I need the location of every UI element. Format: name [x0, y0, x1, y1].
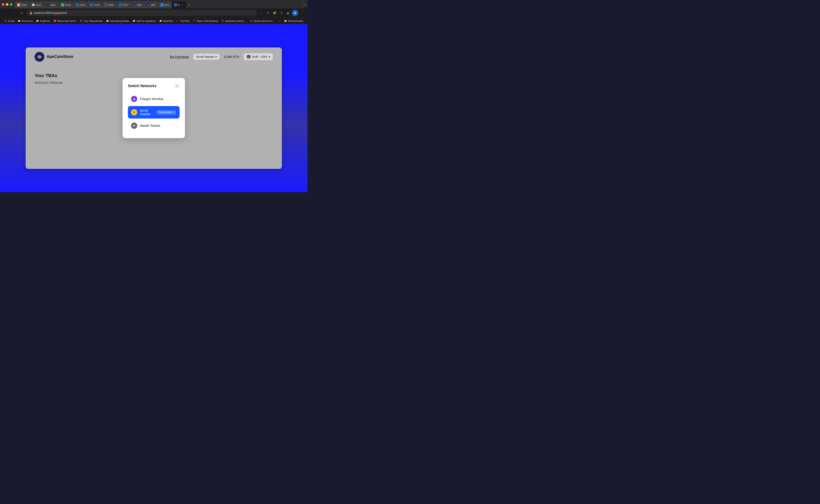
- toolbar-icons: ☆ ⬆ 🧩 ⬇ ▣ H ⋮: [258, 10, 305, 16]
- bookmarks-bar: ✉ Gmail 📁 Secureum 📁 RugProof 🔴 Blockcha…: [0, 17, 307, 24]
- youtube-icon: ▶: [176, 19, 179, 23]
- tab-label-verify: Verify: [65, 4, 71, 6]
- bookmark-rugproof-label: RugProof: [40, 20, 50, 22]
- tab-icon-lc: [174, 3, 177, 6]
- traffic-light-green[interactable]: [10, 3, 12, 6]
- tab-split2[interactable]: ▲ split:: [144, 1, 158, 8]
- modal-overlay[interactable]: Switch Networks × ◈ Polygon Mumbai S Scr…: [26, 47, 282, 169]
- back-button[interactable]: ←: [3, 10, 9, 16]
- switch-networks-modal: Switch Networks × ◈ Polygon Mumbai S Scr…: [123, 78, 185, 138]
- traffic-lights: [2, 3, 12, 7]
- tab-icon-split1: ▲: [133, 3, 136, 6]
- tab-label-new: New: [164, 4, 169, 6]
- connected-dot: [172, 111, 174, 113]
- tab-icon-contr: [90, 3, 93, 6]
- tab-contr[interactable]: Contr: [88, 1, 102, 8]
- polygon-network-name: Polygon Mumbai: [140, 97, 163, 101]
- bookmark-watchlist-label: Watchlist: [163, 20, 173, 22]
- bookmark-gmail[interactable]: ✉ Gmail: [3, 19, 16, 23]
- reload-button[interactable]: ↻: [19, 10, 25, 16]
- scroll-network-icon: S: [131, 109, 137, 115]
- address-bar[interactable]: 🔒 localhost:3000/mypayments: [27, 10, 257, 16]
- bookmarks-more[interactable]: »: [278, 19, 282, 23]
- bookmark-youtube[interactable]: ▶ YouTube: [175, 19, 191, 23]
- profile-icon[interactable]: H: [292, 10, 298, 16]
- your-repos-icon: ⚫: [80, 19, 83, 23]
- bookmark-icon[interactable]: ☆: [258, 10, 264, 16]
- lock-icon: 🔒: [29, 12, 33, 14]
- tab-icon-open: [46, 3, 49, 6]
- gmail-icon: ✉: [4, 19, 7, 23]
- bookmark-macro-slot-label: Macro Slot Booking: [197, 20, 218, 22]
- bookmark-jwasham[interactable]: ⚫ jwasham/coding-i...: [220, 19, 247, 23]
- traffic-light-yellow[interactable]: [6, 3, 8, 6]
- bookmark-blockchain-demo-label: Blockchain Demo: [57, 20, 76, 22]
- tab-new[interactable]: New: [158, 1, 172, 8]
- tab-list-dropdown[interactable]: ▾: [303, 2, 306, 7]
- menu-icon[interactable]: ⋮: [299, 10, 305, 16]
- macro-slot-icon: 🛡: [193, 19, 196, 23]
- network-option-mantle[interactable]: M Mantle Testnet: [128, 120, 180, 131]
- blockchain-demo-icon: 🔴: [53, 19, 56, 23]
- new-tab-button[interactable]: +: [186, 2, 193, 8]
- tab-addr[interactable]: Addr.: [102, 1, 117, 8]
- bookmark-w1nt3r-label: w1nt3r-eth/evm-fr...: [253, 20, 275, 22]
- download-icon[interactable]: ⬇: [279, 10, 284, 16]
- mantle-network-icon: M: [131, 123, 137, 129]
- share-icon[interactable]: ⬆: [265, 10, 271, 16]
- bookmark-call-for-speakers[interactable]: 📁 Call For Speakers: [131, 19, 157, 23]
- bookmark-gmail-label: Gmail: [8, 20, 14, 22]
- bookmark-blockchain-demo[interactable]: 🔴 Blockchain Demo: [52, 19, 78, 23]
- bookmark-macro-slot[interactable]: 🛡 Macro Slot Booking: [191, 19, 219, 23]
- tab-label-split2: split:: [151, 4, 156, 6]
- mantle-network-name: Mantle Testnet: [140, 124, 160, 127]
- sidebar-icon[interactable]: ▣: [285, 10, 291, 16]
- tab-icon-verify: [61, 3, 64, 6]
- traffic-light-red[interactable]: [2, 3, 4, 6]
- all-bookmarks-label: All Bookmarks: [288, 20, 303, 22]
- forward-button[interactable]: →: [11, 10, 17, 16]
- bookmark-interesting-reads[interactable]: 📁 Interesting Reads: [105, 19, 130, 23]
- bookmark-w1nt3r[interactable]: ⚫ w1nt3r-eth/evm-fr...: [248, 19, 276, 23]
- tab-label-lc: lc: [178, 4, 180, 6]
- tab-label-toast: Toast: [21, 4, 27, 6]
- tab-label-split1: split:: [137, 4, 142, 6]
- network-option-scroll[interactable]: S Scroll Sepolia Connected: [128, 106, 180, 119]
- rugproof-icon: 📁: [36, 19, 39, 23]
- tab-icon-toast: 🍞: [17, 3, 20, 6]
- bookmark-your-repos[interactable]: ⚫ Your Repositories: [78, 19, 104, 23]
- app-container: 🐵 ApeCoinStore My Payments Scroll Sepoli…: [26, 47, 282, 169]
- bookmark-youtube-label: YouTube: [180, 20, 190, 22]
- connected-badge: Connected: [156, 110, 176, 115]
- tab-icon-split2: ▲: [147, 3, 150, 6]
- bookmark-your-repos-label: Your Repositories: [84, 20, 103, 22]
- tab-close-lc[interactable]: ×: [181, 3, 184, 6]
- w1nt3r-icon: ⚫: [249, 19, 252, 23]
- modal-title: Switch Networks: [128, 84, 156, 88]
- modal-header: Switch Networks ×: [128, 83, 180, 89]
- tab-toast[interactable]: 🍞 Toast: [15, 1, 29, 8]
- tab-0x27[interactable]: 0x27: [117, 1, 130, 8]
- bookmark-watchlist[interactable]: 📁 Watchlist: [158, 19, 174, 23]
- tab-label-contr: Contr: [94, 4, 100, 6]
- call-for-speakers-icon: 📁: [132, 19, 135, 23]
- watchlist-icon: 📁: [159, 19, 162, 23]
- tab-split1[interactable]: ▲ split:: [131, 1, 144, 8]
- tab-open[interactable]: open.: [44, 1, 59, 8]
- network-option-polygon[interactable]: ◈ Polygon Mumbai: [128, 93, 180, 105]
- tab-icon-usec: 📊: [32, 3, 35, 6]
- interesting-reads-icon: 📁: [106, 19, 109, 23]
- url-text: localhost:3000/mypayments: [34, 11, 67, 14]
- jwasham-icon: ⚫: [221, 19, 224, 23]
- modal-close-button[interactable]: ×: [174, 83, 180, 89]
- extensions-icon[interactable]: 🧩: [272, 10, 277, 16]
- tab-lc[interactable]: lc ×: [172, 1, 186, 8]
- all-bookmarks-folder-icon: 📁: [284, 19, 287, 23]
- tab-usec[interactable]: 📊 useC: [29, 1, 44, 8]
- bookmark-rugproof[interactable]: 📁 RugProof: [35, 19, 51, 23]
- bookmark-jwasham-label: jwasham/coding-i...: [225, 20, 246, 22]
- bookmark-secureum[interactable]: 📁 Secureum: [16, 19, 34, 23]
- tab-0x23[interactable]: 0x23: [74, 1, 87, 8]
- bookmark-all[interactable]: 📁 All Bookmarks: [283, 19, 305, 23]
- tab-verify[interactable]: Verify: [59, 1, 74, 8]
